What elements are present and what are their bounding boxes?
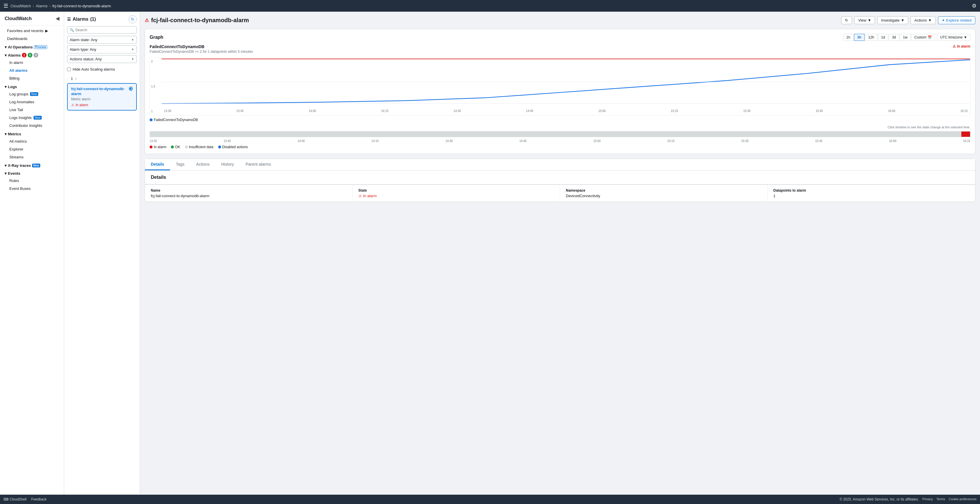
refresh-button[interactable]: ↻ xyxy=(841,16,852,24)
details-label-state: State xyxy=(358,188,554,192)
sidebar-item-log-anomalies[interactable]: Log Anomalies xyxy=(0,98,64,106)
investigate-button[interactable]: Investigate ▼ xyxy=(877,16,908,24)
graph-display-area[interactable]: 2 1.5 1 xyxy=(150,57,970,116)
terms-link[interactable]: Terms xyxy=(937,497,945,501)
timeline-bar[interactable] xyxy=(150,131,970,137)
sidebar-item-in-alarm[interactable]: In alarm xyxy=(0,59,64,67)
explore-related-button[interactable]: ✦ Explore related xyxy=(938,16,975,24)
alarm-search-box[interactable]: 🔍 xyxy=(67,26,137,33)
sidebar-item-rules[interactable]: Rules xyxy=(0,177,64,184)
sidebar-section-xray[interactable]: ▾ X-Ray traces New xyxy=(0,161,64,169)
logs-insights-new-badge: New xyxy=(33,116,42,119)
time-1h-button[interactable]: 1h xyxy=(843,34,853,41)
tl-1345: 13:45 xyxy=(224,140,231,143)
sidebar-item-all-alarms[interactable]: All alarms xyxy=(0,67,64,75)
graph-title: Graph xyxy=(150,35,163,40)
hide-autoscaling-label: Hide Auto Scaling alarms xyxy=(73,67,115,72)
alarm-search-input[interactable] xyxy=(75,28,134,32)
sidebar-item-billing[interactable]: Billing xyxy=(0,75,64,82)
actions-button[interactable]: Actions ▼ xyxy=(911,16,935,24)
alarm-type-filter[interactable]: Alarm type: Any ▼ xyxy=(67,46,137,53)
sidebar-item-streams[interactable]: Streams xyxy=(0,153,64,161)
privacy-link[interactable]: Privacy xyxy=(923,497,933,501)
x-label-1515: 15:15 xyxy=(671,110,678,113)
status-legend-ok: OK xyxy=(171,145,180,149)
sidebar-item-live-tail[interactable]: Live Tail xyxy=(0,106,64,114)
neutral-count-badge: 0 xyxy=(33,53,38,57)
breadcrumb-sep2: › xyxy=(49,4,51,8)
timeline-section: Click timeline to see the state change a… xyxy=(150,126,970,149)
tab-tags[interactable]: Tags xyxy=(170,159,191,170)
sidebar-section-logs[interactable]: ▾ Logs xyxy=(0,82,64,90)
sidebar-section-ai-ops[interactable]: ▾ AI Operations Preview xyxy=(0,43,64,51)
sidebar-section-main: Favorites and recents ▶ Dashboards ▾ AI … xyxy=(0,27,64,192)
details-cell-name: Name fcj-fail-connect-to-dynamodb-alarm xyxy=(145,185,353,202)
settings-icon[interactable]: ⚙ xyxy=(972,3,977,9)
breadcrumb-alarms[interactable]: Alarms xyxy=(36,4,48,8)
time-1w-button[interactable]: 1w xyxy=(900,34,911,41)
tab-history[interactable]: History xyxy=(215,159,240,170)
prev-page-button[interactable]: ‹ xyxy=(67,76,68,81)
sidebar-item-favorites[interactable]: Favorites and recents ▶ xyxy=(0,27,64,35)
sidebar-item-all-metrics[interactable]: All metrics xyxy=(0,137,64,145)
time-12h-button[interactable]: 12h xyxy=(865,34,877,41)
graph-header: Graph 1h 3h 12h 1d 3d 1w Custom 📅 U xyxy=(150,34,970,41)
time-custom-button[interactable]: Custom 📅 xyxy=(911,34,935,41)
status-ok-dot xyxy=(171,146,174,148)
alarm-card-header: fcj-fail-connect-to-dynamodb-alarm xyxy=(71,87,133,97)
tab-parent-alarms[interactable]: Parent alarms xyxy=(240,159,277,170)
sidebar-item-dashboards[interactable]: Dashboards xyxy=(0,35,64,43)
cloudshell-button[interactable]: ⌨ CloudShell xyxy=(3,497,27,501)
menu-hamburger-icon[interactable]: ☰ xyxy=(3,3,8,9)
content-area: ☰ Alarms (1) ↻ 🔍 Alarm state: Any ▼ Alar… xyxy=(64,12,980,494)
x-label-1330: 13:30 xyxy=(164,110,171,113)
tabs-row: Details Tags Actions History Parent alar… xyxy=(145,159,975,171)
status-alarm-dot xyxy=(150,146,153,148)
search-icon: 🔍 xyxy=(70,28,74,32)
actions-status-filter[interactable]: Actions status: Any ▼ xyxy=(67,55,137,63)
alarms-refresh-button[interactable]: ↻ xyxy=(129,15,137,23)
sidebar-item-logs-insights[interactable]: Logs Insights New xyxy=(0,114,64,122)
sidebar-section-alarms[interactable]: ▾ Alarms 1 0 0 xyxy=(0,51,64,59)
sidebar-item-explorer[interactable]: Explorer xyxy=(0,145,64,153)
alarm-state-filter[interactable]: Alarm state: Any ▼ xyxy=(67,36,137,44)
breadcrumb-cloudwatch[interactable]: CloudWatch xyxy=(11,4,31,8)
hide-autoscaling-checkbox[interactable] xyxy=(67,67,71,71)
alarms-panel-header: ☰ Alarms (1) ↻ xyxy=(67,15,137,23)
tl-1600: 16:00 xyxy=(889,140,896,143)
view-button[interactable]: View ▼ xyxy=(854,16,875,24)
alarm-type-dropdown-arrow: ▼ xyxy=(131,48,134,51)
timezone-button[interactable]: UTC timezone ▼ xyxy=(937,34,970,41)
time-3d-button[interactable]: 3d xyxy=(889,34,899,41)
cookie-preferences-link[interactable]: Cookie preferences xyxy=(949,497,977,501)
time-3h-button[interactable]: 3h xyxy=(854,34,864,41)
details-label-name: Name xyxy=(151,188,347,192)
details-cell-namespace: Namespace DevicedConnectivity xyxy=(560,185,768,202)
alarm-card-fcj[interactable]: fcj-fail-connect-to-dynamodb-alarm Metri… xyxy=(67,83,137,111)
sidebar-section-events[interactable]: ▾ Events xyxy=(0,169,64,177)
tl-1500: 15:00 xyxy=(593,140,601,143)
sidebar-item-log-groups[interactable]: Log groups New xyxy=(0,90,64,98)
details-label-namespace: Namespace xyxy=(566,188,762,192)
time-selector: 1h 3h 12h 1d 3d 1w Custom 📅 UTC timezone… xyxy=(843,34,970,41)
copyright-text: © 2025, Amazon Web Services, Inc. or its… xyxy=(840,497,919,501)
sidebar-item-contributor-insights[interactable]: Contributor Insights xyxy=(0,122,64,129)
sidebar: CloudWatch ◀ Favorites and recents ▶ Das… xyxy=(0,12,64,494)
time-1d-button[interactable]: 1d xyxy=(878,34,888,41)
alarm-warning-icon: ⚠ xyxy=(71,103,75,107)
tab-actions[interactable]: Actions xyxy=(191,159,216,170)
details-value-namespace: DevicedConnectivity xyxy=(566,194,762,198)
sidebar-section-metrics[interactable]: ▾ Metrics xyxy=(0,129,64,137)
details-card: Details Tags Actions History Parent alar… xyxy=(145,159,975,202)
status-alarm-label: In alarm xyxy=(154,145,166,149)
breadcrumb-current: fcj-fail-connect-to-dynamodb-alarm xyxy=(52,4,111,8)
sidebar-header: CloudWatch ◀ xyxy=(0,12,64,25)
feedback-button[interactable]: Feedback xyxy=(31,497,47,501)
sidebar-collapse-icon[interactable]: ◀ xyxy=(56,16,59,21)
legal-links: © 2025, Amazon Web Services, Inc. or its… xyxy=(840,497,977,501)
tl-1530: 15:30 xyxy=(741,140,748,143)
alarms-icon: ☰ xyxy=(67,17,71,22)
next-page-button[interactable]: › xyxy=(75,76,77,81)
tab-details[interactable]: Details xyxy=(145,159,170,170)
sidebar-item-event-buses[interactable]: Event Buses xyxy=(0,184,64,192)
